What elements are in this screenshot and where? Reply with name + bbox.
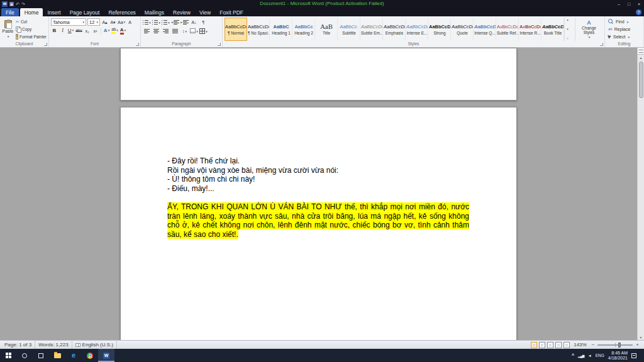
help-icon[interactable]: ?	[636, 9, 641, 15]
maximize-button[interactable]: □	[624, 1, 634, 8]
show-formatting-button[interactable]: ¶	[199, 18, 208, 26]
text-effects-button[interactable]: A	[103, 27, 110, 35]
clear-formatting-button[interactable]: A	[126, 18, 133, 26]
style-subtle-reference[interactable]: AaBbCcDc Subtle Ref...	[496, 18, 519, 41]
task-view-button[interactable]	[33, 349, 49, 362]
close-button[interactable]: ×	[634, 1, 644, 8]
paragraph-dialog-launcher-icon[interactable]	[218, 43, 221, 46]
numbering-button[interactable]	[152, 18, 160, 26]
grow-font-button[interactable]: A▴	[101, 18, 108, 26]
find-button[interactable]: Find	[607, 18, 641, 25]
change-styles-button[interactable]: A Change Styles	[575, 18, 602, 41]
scroll-up-icon[interactable]: ▲	[638, 55, 644, 60]
style-intense-reference[interactable]: AaBbCcDc Intense R...	[519, 18, 541, 41]
style-heading-2[interactable]: AaBbCc Heading 2	[292, 18, 315, 41]
style-strong[interactable]: AaBbCcDc Strong	[428, 18, 451, 41]
start-button[interactable]	[0, 349, 16, 362]
save-icon[interactable]	[9, 2, 14, 6]
line-spacing-button[interactable]: ↕	[180, 27, 189, 35]
keyboard-language-indicator[interactable]: ENG	[596, 353, 604, 358]
zoom-level[interactable]: 143%	[572, 342, 588, 348]
network-icon[interactable]: ▂▄▆	[578, 354, 584, 358]
page-indicator[interactable]: Page: 1 of 3	[1, 341, 35, 349]
style-title[interactable]: AaB Title	[315, 18, 338, 41]
cut-button[interactable]: ✂ Cut	[16, 18, 47, 25]
minimize-button[interactable]: –	[614, 1, 624, 8]
tab-review[interactable]: Review	[169, 8, 195, 16]
file-explorer-button[interactable]	[49, 349, 65, 362]
multilevel-list-button[interactable]	[162, 18, 170, 26]
tray-overflow-icon[interactable]: ^	[572, 353, 574, 358]
zoom-slider-thumb[interactable]	[618, 343, 621, 348]
taskbar-clock[interactable]: 8:45 AM 4/18/2021	[608, 351, 628, 361]
style-normal[interactable]: AaBbCcDc ¶ Normal	[225, 18, 247, 41]
align-right-button[interactable]	[162, 27, 170, 35]
borders-button[interactable]	[199, 27, 208, 35]
page-1[interactable]	[120, 48, 517, 101]
style-book-title[interactable]: AaBbCcDc Book Title	[541, 18, 564, 41]
select-button[interactable]: Select	[607, 33, 641, 40]
style-emphasis[interactable]: AaBbCcDc Emphasis	[383, 18, 406, 41]
chrome-button[interactable]	[82, 349, 98, 362]
italic-button[interactable]: I	[59, 27, 66, 35]
draft-view-button[interactable]	[564, 342, 570, 348]
justify-button[interactable]	[171, 27, 179, 35]
tab-references[interactable]: References	[104, 8, 140, 16]
tab-view[interactable]: View	[195, 8, 215, 16]
zoom-slider[interactable]	[597, 344, 633, 346]
language-indicator[interactable]: English (U.S.)	[72, 341, 117, 349]
copy-button[interactable]: Copy	[16, 26, 47, 33]
word-taskbar-button[interactable]: W	[98, 349, 114, 362]
full-screen-reading-view-button[interactable]	[539, 342, 545, 348]
shrink-font-button[interactable]: A▾	[109, 18, 116, 26]
web-layout-view-button[interactable]	[547, 342, 553, 348]
strikethrough-button[interactable]: abc	[75, 27, 82, 35]
undo-icon[interactable]: ↶	[16, 2, 19, 6]
outline-view-button[interactable]	[555, 342, 562, 348]
superscript-button[interactable]: x²	[92, 27, 99, 35]
change-case-button[interactable]: Aa	[118, 18, 125, 26]
zoom-in-button[interactable]: +	[635, 342, 640, 348]
font-color-button[interactable]: A	[119, 27, 126, 35]
scroll-down-icon[interactable]: ▼	[638, 334, 644, 340]
style-heading-1[interactable]: AaBbC Heading 1	[270, 18, 292, 41]
ruler-toggle-button[interactable]	[638, 48, 644, 55]
font-size-select[interactable]: 12	[87, 18, 100, 26]
style-intense-quote[interactable]: AaBbCcDc Intense Q...	[474, 18, 496, 41]
search-button[interactable]	[16, 349, 33, 362]
tab-insert[interactable]: Insert	[43, 8, 65, 16]
align-center-button[interactable]	[152, 27, 160, 35]
underline-button[interactable]: U	[67, 27, 74, 35]
zoom-out-button[interactable]: −	[591, 342, 596, 348]
tab-file[interactable]: File	[1, 8, 19, 16]
redo-icon[interactable]: ↷	[21, 2, 25, 6]
tab-page-layout[interactable]: Page Layout	[65, 8, 104, 16]
increase-indent-button[interactable]: ▸	[180, 18, 189, 26]
page-2[interactable]: - Đây rồi! Thế chứ lại. Rồi ngài vội vàn…	[120, 107, 517, 340]
action-center-icon[interactable]	[631, 353, 636, 358]
replace-button[interactable]: ab Replace	[607, 25, 641, 33]
gallery-scroll-down-icon[interactable]: ▾	[565, 28, 570, 31]
text-highlight-button[interactable]: ab	[111, 27, 118, 35]
style-intense-emphasis[interactable]: AaBbCcDc Intense E...	[406, 18, 428, 41]
gallery-more-icon[interactable]: ▿	[565, 37, 570, 40]
gallery-scroll-up-icon[interactable]: ▴	[565, 18, 570, 21]
align-left-button[interactable]	[143, 27, 151, 35]
style-subtitle[interactable]: AaBbCc. Subtitle	[338, 18, 360, 41]
style-no-spacing[interactable]: AaBbCcDc ¶ No Spaci...	[247, 18, 270, 41]
vertical-scrollbar[interactable]: ▲ ▼	[637, 48, 644, 340]
tab-mailings[interactable]: Mailings	[140, 8, 169, 16]
tab-foxit-pdf[interactable]: Foxit PDF	[215, 8, 248, 16]
scrollbar-thumb[interactable]	[639, 62, 643, 98]
paste-button[interactable]: Paste	[2, 18, 14, 41]
decrease-indent-button[interactable]: ◂	[171, 18, 179, 26]
bold-button[interactable]: B	[51, 27, 58, 35]
tab-home[interactable]: Home	[20, 8, 43, 16]
font-name-select[interactable]: Tahoma	[51, 18, 86, 26]
font-dialog-launcher-icon[interactable]	[136, 43, 139, 46]
volume-icon[interactable]: ◄	[588, 354, 592, 358]
style-quote[interactable]: AaBbCcDc Quote	[451, 18, 474, 41]
sort-button[interactable]: A↓	[190, 18, 198, 26]
word-count[interactable]: Words: 1,223	[35, 341, 72, 349]
print-layout-view-button[interactable]	[531, 342, 537, 348]
